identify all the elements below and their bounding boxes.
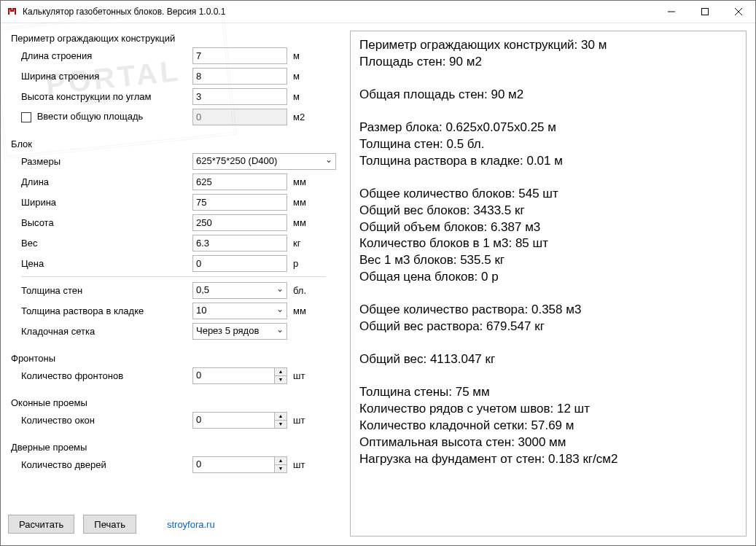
unit-p: р <box>293 258 313 269</box>
block-weight-input[interactable] <box>192 235 287 251</box>
result-line: Площадь стен: 90 м2 <box>359 54 737 71</box>
unit-m2: м2 <box>293 112 313 122</box>
result-line: Общая площадь стен: 90 м2 <box>359 87 737 104</box>
close-button[interactable] <box>722 1 755 23</box>
unit-m: м <box>293 91 313 102</box>
wall-thickness-select[interactable]: 0,5 <box>192 282 287 299</box>
spin-up-icon[interactable]: ▲ <box>275 457 287 464</box>
mesh-select[interactable]: Через 5 рядов <box>192 323 287 340</box>
mesh-label: Кладочная сетка <box>21 326 192 337</box>
windows-count-input[interactable]: 0 ▲▼ <box>192 412 287 429</box>
print-button[interactable]: Печать <box>83 515 136 534</box>
spin-down-icon[interactable]: ▼ <box>275 420 287 428</box>
unit-m: м <box>293 71 313 82</box>
mortar-thickness-label: Толщина раствора в кладке <box>21 305 192 316</box>
divider <box>21 276 326 277</box>
height-label: Высота конструкции по углам <box>21 91 192 102</box>
result-line: Общая цена блоков: 0 р <box>359 269 737 286</box>
result-line: Общее количество раствора: 0.358 м3 <box>359 302 737 319</box>
group-perimeter-title: Периметр ограждающих конструкций <box>11 33 336 44</box>
area-input <box>192 109 287 125</box>
minimize-button[interactable] <box>655 1 688 23</box>
windows-count-label: Количество окон <box>21 415 192 426</box>
unit-kg: кг <box>293 238 313 249</box>
block-price-input[interactable] <box>192 255 287 272</box>
doors-count-label: Количество дверей <box>21 459 192 470</box>
spin-down-icon[interactable]: ▼ <box>275 375 287 383</box>
result-line: Количество кладочной сетки: 57.69 м <box>359 418 737 434</box>
maximize-button[interactable] <box>688 1 722 23</box>
result-line: Нагрузка на фундамент от стен: 0.183 кг/… <box>359 451 737 468</box>
group-windows: Оконные проемы Количество окон 0 ▲▼ шт <box>6 395 341 437</box>
wall-thickness-label: Толщина стен <box>21 285 192 296</box>
group-block-title: Блок <box>11 139 336 149</box>
width-input[interactable] <box>192 68 287 85</box>
area-checkbox[interactable] <box>21 112 31 122</box>
block-price-label: Цена <box>21 258 192 269</box>
block-length-input[interactable] <box>192 173 287 190</box>
group-perimeter: Периметр ограждающих конструкций Длина с… <box>6 31 341 133</box>
group-windows-title: Оконные проемы <box>11 397 336 408</box>
area-checkbox-row: Ввести общую площадь <box>21 111 192 122</box>
size-label: Размеры <box>21 156 192 167</box>
unit-sht: шт <box>293 459 313 470</box>
length-label: Длина строения <box>21 50 192 61</box>
block-height-input[interactable] <box>192 214 287 231</box>
result-line: Количество рядов с учетом швов: 12 шт <box>359 401 737 418</box>
block-width-input[interactable] <box>192 194 287 211</box>
group-doors: Дверные проемы Количество дверей 0 ▲▼ шт <box>6 440 341 481</box>
unit-sht: шт <box>293 415 313 426</box>
window-title: Калькулятор газобетонных блоков. Версия … <box>23 7 655 17</box>
group-gables: Фронтоны Количество фронтонов 0 ▲▼ шт <box>6 351 341 392</box>
mortar-thickness-select[interactable]: 10 <box>192 303 287 319</box>
spin-up-icon[interactable]: ▲ <box>275 368 287 375</box>
result-line: Общий вес: 4113.047 кг <box>359 351 737 368</box>
width-label: Ширина строения <box>21 71 192 82</box>
result-line: Толщина стен: 0.5 бл. <box>359 136 737 153</box>
size-select[interactable]: 625*75*250 (D400) <box>192 153 336 170</box>
length-input[interactable] <box>192 47 287 64</box>
result-line: Общий вес раствора: 679.547 кг <box>359 319 737 335</box>
block-length-label: Длина <box>21 176 192 187</box>
result-line: Общий объем блоков: 6.387 м3 <box>359 219 737 236</box>
result-line: Вес 1 м3 блоков: 535.5 кг <box>359 252 737 269</box>
unit-mm: мм <box>293 197 313 208</box>
unit-mm: мм <box>293 305 313 316</box>
result-line: Количество блоков в 1 м3: 85 шт <box>359 235 737 252</box>
group-block: Блок Размеры 625*75*250 (D400) Длина мм … <box>6 136 341 348</box>
unit-bl: бл. <box>293 285 313 296</box>
result-line: Общее количество блоков: 545 шт <box>359 186 737 203</box>
unit-mm: мм <box>293 176 313 187</box>
block-height-label: Высота <box>21 217 192 228</box>
results-panel: Периметр ограждающих конструкций: 30 м П… <box>350 31 747 537</box>
spin-up-icon[interactable]: ▲ <box>275 413 287 420</box>
unit-mm: мм <box>293 217 313 228</box>
result-line: Периметр ограждающих конструкций: 30 м <box>359 37 737 54</box>
unit-m: м <box>293 50 313 61</box>
left-panel: Периметр ограждающих конструкций Длина с… <box>6 31 341 537</box>
block-width-label: Ширина <box>21 197 192 208</box>
result-line: Толщина стены: 75 мм <box>359 384 737 401</box>
spin-down-icon[interactable]: ▼ <box>275 464 287 472</box>
footer: Расчитать Печать stroyfora.ru <box>6 510 341 537</box>
app-icon <box>7 6 18 17</box>
result-line: Размер блока: 0.625x0.075x0.25 м <box>359 120 737 136</box>
group-doors-title: Дверные проемы <box>11 442 336 453</box>
result-line: Толщина раствора в кладке: 0.01 м <box>359 153 737 170</box>
svg-rect-1 <box>702 9 709 15</box>
calculate-button[interactable]: Расчитать <box>8 515 74 534</box>
gables-count-input[interactable]: 0 ▲▼ <box>192 367 287 384</box>
site-link[interactable]: stroyfora.ru <box>167 519 215 530</box>
result-line: Общий вес блоков: 3433.5 кг <box>359 203 737 219</box>
block-weight-label: Вес <box>21 238 192 249</box>
unit-sht: шт <box>293 370 313 381</box>
titlebar[interactable]: Калькулятор газобетонных блоков. Версия … <box>1 1 755 23</box>
result-line: Оптимальная высота стен: 3000 мм <box>359 434 737 451</box>
height-input[interactable] <box>192 88 287 105</box>
gables-count-label: Количество фронтонов <box>21 370 192 381</box>
area-checkbox-label: Ввести общую площадь <box>37 111 144 122</box>
doors-count-input[interactable]: 0 ▲▼ <box>192 456 287 473</box>
group-gables-title: Фронтоны <box>11 353 336 364</box>
